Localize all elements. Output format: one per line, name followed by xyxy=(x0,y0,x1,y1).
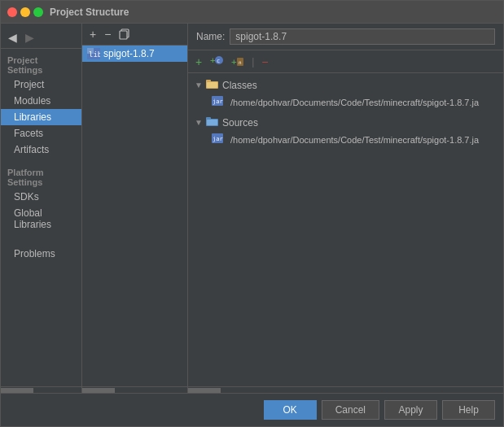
detail-scrollbar[interactable] xyxy=(188,386,503,393)
lib-list-scroll-thumb xyxy=(82,388,115,393)
sidebar-item-problems-label: Problems xyxy=(14,248,55,259)
minimize-button[interactable] xyxy=(20,7,30,17)
library-list: lib spigot-1.8.7 xyxy=(82,46,187,386)
tree-view: ▼ Classes xyxy=(188,73,503,386)
bottom-bar: OK Cancel Apply Help xyxy=(1,393,503,426)
svg-text:+: + xyxy=(210,55,216,66)
lib-list-scrollbar[interactable] xyxy=(82,386,187,393)
lib-remove-button[interactable]: − xyxy=(102,27,113,41)
sources-node[interactable]: ▼ Sources xyxy=(191,114,500,131)
close-button[interactable] xyxy=(7,7,17,17)
project-settings-label: Project Settings xyxy=(1,52,81,76)
lib-color-icon: lib xyxy=(87,48,100,59)
svg-text:jar: jar xyxy=(213,98,223,105)
sidebar-item-project-label: Project xyxy=(14,79,44,90)
sources-path-item[interactable]: jar /home/dpohvar/Documents/Code/Test/mi… xyxy=(208,131,500,148)
toolbar-separator: | xyxy=(252,56,254,68)
lib-add-button[interactable]: + xyxy=(87,27,99,41)
back-button[interactable]: ◀ xyxy=(6,30,20,45)
lib-item-spigot[interactable]: lib spigot-1.8.7 xyxy=(82,46,187,62)
sidebar-item-global-libraries-label: Global Libraries xyxy=(14,207,51,230)
remove-entry-button[interactable]: − xyxy=(259,54,270,69)
detail-toolbar: + + c xyxy=(188,50,503,73)
detail-body: + + c xyxy=(188,50,503,393)
source-jar-icon: jar xyxy=(211,133,224,146)
add-native-button[interactable]: + n xyxy=(229,55,247,68)
name-label: Name: xyxy=(196,31,225,42)
right-area: + − l xyxy=(82,24,503,393)
svg-text:c: c xyxy=(217,58,220,64)
window-controls xyxy=(7,7,43,17)
project-structure-window: Project Structure ◀ ▶ Project Settings P… xyxy=(0,0,504,427)
lib-copy-button[interactable] xyxy=(116,27,133,41)
detail-panel: Name: + + xyxy=(188,24,503,393)
ok-button[interactable]: OK xyxy=(264,400,317,420)
svg-rect-18 xyxy=(207,120,217,125)
name-row: Name: xyxy=(188,24,503,50)
lib-item-label: spigot-1.8.7 xyxy=(103,48,155,59)
help-button[interactable]: Help xyxy=(442,400,495,420)
sidebar-item-project[interactable]: Project xyxy=(1,76,81,93)
sidebar-scroll-thumb xyxy=(1,388,33,393)
sidebar-item-libraries[interactable]: Libraries xyxy=(1,109,81,125)
library-icon: lib xyxy=(87,48,100,59)
svg-rect-1 xyxy=(120,31,127,39)
platform-settings-label: Platform Settings xyxy=(1,164,81,189)
sidebar-item-sdks[interactable]: SDKs xyxy=(1,189,81,205)
svg-text:n: n xyxy=(239,59,242,65)
cancel-button[interactable]: Cancel xyxy=(322,400,379,420)
sources-folder-icon xyxy=(206,115,219,127)
classes-path-label: /home/dpohvar/Documents/Code/Test/minecr… xyxy=(230,98,479,107)
sources-toggle[interactable]: ▼ xyxy=(195,118,203,127)
library-list-panel: + − l xyxy=(82,24,188,393)
sources-path-label: /home/dpohvar/Documents/Code/Test/minecr… xyxy=(230,135,479,145)
sidebar-item-libraries-label: Libraries xyxy=(14,111,51,123)
svg-text:jar: jar xyxy=(213,136,223,142)
sidebar-item-modules-label: Modules xyxy=(14,95,50,107)
svg-text:lib: lib xyxy=(89,50,100,59)
source-jar-file-icon: jar xyxy=(211,133,224,144)
add-sources-button[interactable]: + c xyxy=(208,54,226,69)
sidebar-item-problems[interactable]: Problems xyxy=(1,246,81,262)
add-sources-icon: + c xyxy=(210,54,223,68)
classes-node[interactable]: ▼ Classes xyxy=(191,76,500,94)
main-content: ◀ ▶ Project Settings Project Modules Lib… xyxy=(1,24,503,393)
lib-toolbar: + − xyxy=(82,24,187,46)
jar-file-icon: jar xyxy=(211,95,224,107)
add-annotated-icon: + c xyxy=(210,54,223,66)
nav-toolbar: ◀ ▶ xyxy=(1,27,81,49)
classes-toggle[interactable]: ▼ xyxy=(195,81,203,89)
detail-scroll-thumb xyxy=(188,388,221,393)
add-icon: + xyxy=(195,55,202,68)
svg-text:+: + xyxy=(231,57,237,68)
forward-button[interactable]: ▶ xyxy=(23,30,37,45)
window-title: Project Structure xyxy=(50,7,129,18)
sidebar-item-sdks-label: SDKs xyxy=(14,191,39,203)
sidebar-item-global-libraries[interactable]: Global Libraries xyxy=(1,205,81,233)
sidebar-item-artifacts[interactable]: Artifacts xyxy=(1,142,81,158)
add-classes-button[interactable]: + xyxy=(193,54,204,69)
classes-path-item[interactable]: jar /home/dpohvar/Documents/Code/Test/mi… xyxy=(208,94,500,111)
sidebar-item-facets-label: Facets xyxy=(14,128,43,139)
remove-icon: − xyxy=(261,55,268,68)
sidebar-item-artifacts-label: Artifacts xyxy=(14,144,49,155)
bottom-nav: Problems xyxy=(1,246,81,262)
jar-icon: jar xyxy=(211,95,224,109)
sidebar: ◀ ▶ Project Settings Project Modules Lib… xyxy=(1,24,82,393)
sidebar-scrollbar[interactable] xyxy=(1,386,81,393)
title-bar: Project Structure xyxy=(1,1,503,24)
sources-folder-icon xyxy=(206,115,219,129)
add-native-icon: + n xyxy=(231,56,244,68)
name-input[interactable] xyxy=(230,28,495,45)
maximize-button[interactable] xyxy=(33,7,43,17)
copy-icon xyxy=(119,28,130,40)
sidebar-item-facets[interactable]: Facets xyxy=(1,125,81,142)
sidebar-item-modules[interactable]: Modules xyxy=(1,93,81,109)
apply-button[interactable]: Apply xyxy=(384,400,437,420)
folder-icon xyxy=(206,78,219,89)
classes-folder-icon xyxy=(206,78,219,92)
classes-label: Classes xyxy=(222,80,257,91)
sources-label: Sources xyxy=(222,117,258,129)
svg-rect-13 xyxy=(207,82,217,88)
